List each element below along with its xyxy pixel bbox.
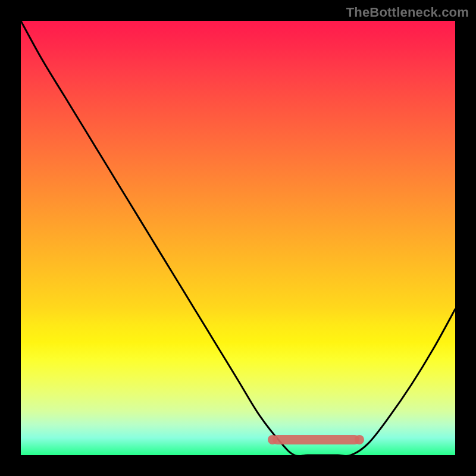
plot-area [21,21,455,455]
curve-path [21,21,455,455]
watermark-text: TheBottleneck.com [346,5,469,20]
chart-container: TheBottleneck.com [0,0,476,476]
bottleneck-curve [21,21,455,455]
ideal-range-band [273,435,359,444]
